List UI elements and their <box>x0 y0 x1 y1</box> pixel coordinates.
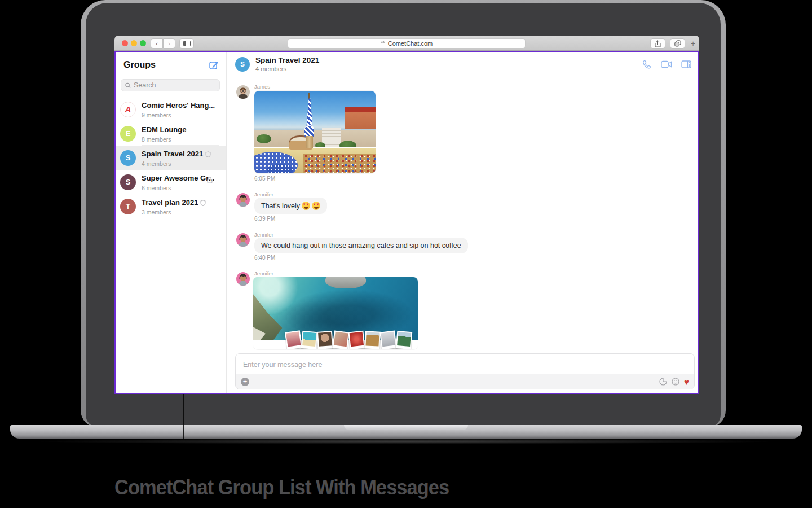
avatar-photo <box>236 272 250 286</box>
compose-icon <box>209 60 219 70</box>
heart-eyes-emoji <box>312 202 320 210</box>
chat-header: S Spain Travel 2021 4 members <box>227 52 698 77</box>
video-camera-icon <box>661 60 672 68</box>
group-name: Travel plan 2021 <box>142 199 198 207</box>
group-members: 3 members <box>142 209 206 216</box>
cometchat-app: Groups A Comic Heros' <box>114 51 699 394</box>
lock-icon <box>381 41 385 46</box>
back-button[interactable]: ‹ <box>151 38 163 49</box>
tab-overview-icon <box>674 40 681 47</box>
group-item-edm-lounge[interactable]: E EDM Lounge 8 members <box>116 121 226 146</box>
emoji-button[interactable] <box>672 378 679 386</box>
group-item-travel-plan[interactable]: T Travel plan 2021 3 members <box>116 194 226 218</box>
share-button[interactable] <box>650 38 665 49</box>
divider <box>142 218 219 218</box>
laptop-base-notch <box>344 425 468 430</box>
sticker-icon <box>659 378 667 386</box>
message-list: James <box>227 77 698 393</box>
group-members: 6 members <box>142 185 214 191</box>
message-bubble[interactable]: That's lovely <box>254 198 327 214</box>
polaroid-photo <box>364 331 381 349</box>
polaroid-photo <box>396 331 413 349</box>
password-shield-icon <box>200 200 206 206</box>
chat-avatar: S <box>235 57 250 72</box>
close-window-button[interactable] <box>122 40 128 46</box>
groups-sidebar: Groups A Comic Heros' <box>116 52 227 393</box>
browser-toolbar: ‹ › CometChat.com <box>114 36 699 51</box>
avatar-photo <box>236 193 250 207</box>
polaroid-photo <box>285 330 302 349</box>
avatar-photo <box>236 233 250 247</box>
attach-button[interactable]: + <box>241 378 249 386</box>
user-avatar-james <box>236 85 250 99</box>
laptop-shadow <box>34 439 778 444</box>
forward-button[interactable]: › <box>163 38 175 49</box>
message-image-sea-collage[interactable] <box>253 277 418 349</box>
avatar-photo <box>236 85 250 99</box>
detail-panel-icon <box>681 60 691 68</box>
search-icon <box>125 82 131 89</box>
group-members: 8 members <box>142 136 186 143</box>
group-members: 9 members <box>142 112 215 119</box>
chat-pane: S Spain Travel 2021 4 members <box>227 52 698 393</box>
user-avatar-jennifer <box>236 233 250 247</box>
search-box[interactable] <box>121 79 220 91</box>
avatar: T <box>120 199 136 214</box>
tab-overview-button[interactable] <box>670 38 685 49</box>
group-name: EDM Lounge <box>142 126 186 134</box>
share-icon <box>655 40 661 47</box>
group-name: Super Awesome Gr... <box>142 174 214 183</box>
like-heart-button[interactable]: ♥ <box>684 378 689 386</box>
minimize-window-button[interactable] <box>131 40 137 46</box>
message-sender: Jennifer <box>254 231 273 238</box>
private-lock-icon <box>207 177 213 183</box>
chat-title: Spain Travel 2021 <box>255 56 319 65</box>
search-input[interactable] <box>134 81 215 89</box>
sidebar-toggle-button[interactable] <box>179 38 194 49</box>
url-text: CometChat.com <box>388 40 433 47</box>
polaroid-photo <box>348 331 365 349</box>
mockup-artifact-line <box>183 393 184 440</box>
user-avatar-jennifer <box>236 272 250 286</box>
phone-icon <box>642 60 652 69</box>
message-sender: Jennifer <box>254 270 273 277</box>
detail-panel-button[interactable] <box>681 60 691 68</box>
message-image-barcelona[interactable] <box>254 91 376 173</box>
avatar: E <box>120 126 136 142</box>
address-bar[interactable]: CometChat.com <box>288 38 526 49</box>
polaroid-photo <box>332 330 350 349</box>
create-group-button[interactable] <box>209 60 219 70</box>
new-tab-button[interactable]: + <box>688 38 698 49</box>
page-caption: CometChat Group List With Messages <box>114 476 449 500</box>
message-composer: + <box>235 353 695 389</box>
groups-title: Groups <box>123 60 156 70</box>
zoom-window-button[interactable] <box>140 40 146 46</box>
video-call-button[interactable] <box>661 60 672 68</box>
sticker-button[interactable] <box>659 378 667 386</box>
message-time: 6:40 PM <box>254 255 275 261</box>
group-item-spain-travel[interactable]: S Spain Travel 2021 4 members <box>116 146 226 170</box>
avatar: S <box>120 150 136 166</box>
password-shield-icon <box>205 151 211 157</box>
message-sender: James <box>254 84 270 90</box>
sidebar-icon <box>183 41 191 46</box>
group-name: Spain Travel 2021 <box>142 150 203 159</box>
message-time: 6:05 PM <box>254 176 275 182</box>
group-item-super-awesome[interactable]: S Super Awesome Gr... 6 members <box>116 170 226 194</box>
message-input[interactable] <box>236 354 694 375</box>
sidebar-header: Groups <box>116 52 226 76</box>
group-members: 4 members <box>142 160 211 167</box>
group-item-comic-heros[interactable]: A Comic Heros' Hang... 9 members <box>116 97 226 121</box>
composer-toolbar: + <box>236 374 694 389</box>
browser-window: ‹ › CometChat.com <box>114 36 699 394</box>
polaroid-photo <box>317 331 333 349</box>
voice-call-button[interactable] <box>642 60 652 69</box>
message-sender: Jennifer <box>254 191 273 198</box>
avatar: A <box>120 102 136 117</box>
heart-eyes-emoji <box>302 202 310 210</box>
message-time: 6:39 PM <box>254 216 275 222</box>
polaroid-photo <box>301 331 318 349</box>
message-bubble[interactable]: We could hang out in those amazing cafes… <box>254 238 468 253</box>
group-name: Comic Heros' Hang... <box>142 102 215 110</box>
polaroid-photo <box>379 330 397 349</box>
